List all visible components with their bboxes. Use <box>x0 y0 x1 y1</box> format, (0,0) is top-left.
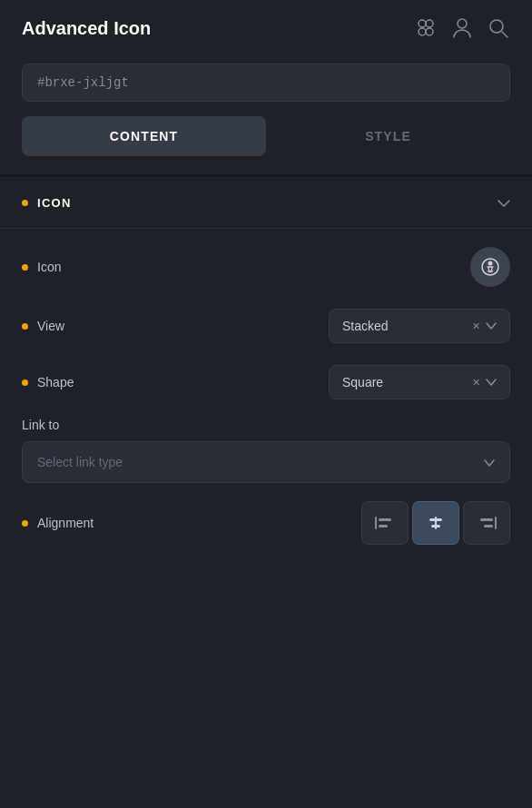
person-icon[interactable] <box>450 16 474 40</box>
svg-point-3 <box>426 28 433 35</box>
svg-point-2 <box>419 28 426 35</box>
tab-bar: CONTENT STYLE <box>0 116 532 174</box>
svg-rect-12 <box>429 518 442 521</box>
alignment-prop-dot <box>22 520 28 527</box>
clear-icon[interactable]: ✕ <box>472 320 480 332</box>
view-select-icons: ✕ <box>472 320 497 332</box>
svg-rect-13 <box>431 525 440 527</box>
svg-point-1 <box>426 20 433 27</box>
search-icon[interactable] <box>487 16 510 40</box>
svg-point-4 <box>458 19 467 28</box>
icon-picker-button[interactable] <box>470 247 510 287</box>
icon-prop-value <box>105 247 510 287</box>
shape-prop-dot <box>22 379 28 386</box>
svg-point-5 <box>490 20 503 33</box>
view-prop-label: View <box>37 319 64 333</box>
link-select[interactable]: Select link type <box>22 441 510 483</box>
link-section: Link to Select link type <box>0 410 532 487</box>
icon-property-row: Icon <box>0 236 532 298</box>
properties-panel: Icon View Stacked ✕ <box>0 229 532 567</box>
icon-prop-dot <box>22 264 28 271</box>
header-icon-group <box>414 16 510 40</box>
link-chevron-icon <box>484 455 495 469</box>
shape-select-icons: ✕ <box>472 377 497 389</box>
icon-section-header[interactable]: ICON <box>0 177 532 228</box>
panel-title: Advanced Icon <box>22 18 151 39</box>
icon-prop-label: Icon <box>37 260 61 274</box>
tab-content[interactable]: CONTENT <box>22 116 266 156</box>
icon-label-group: Icon <box>22 260 94 274</box>
svg-point-7 <box>488 261 493 266</box>
element-id-input[interactable] <box>22 64 510 102</box>
svg-rect-15 <box>480 518 493 521</box>
svg-rect-10 <box>379 525 388 527</box>
alignment-buttons <box>361 501 510 545</box>
shape-select-value: Square <box>342 375 465 389</box>
id-section <box>0 56 532 116</box>
shape-prop-label: Shape <box>37 375 74 389</box>
view-label-group: View <box>22 319 94 333</box>
section-dot <box>22 200 28 206</box>
tab-style[interactable]: STYLE <box>266 116 510 156</box>
alignment-label-group: Alignment <box>22 516 122 530</box>
shape-property-row: Shape Square ✕ <box>0 354 532 410</box>
view-select[interactable]: Stacked ✕ <box>329 309 510 343</box>
link-select-placeholder: Select link type <box>37 455 123 469</box>
section-header-left: ICON <box>22 196 72 210</box>
align-right-button[interactable] <box>463 501 510 545</box>
svg-rect-9 <box>379 518 391 521</box>
icon-section-title: ICON <box>37 196 72 210</box>
shape-label-group: Shape <box>22 375 94 389</box>
alignment-prop-label: Alignment <box>37 516 94 530</box>
view-prop-dot <box>22 323 28 330</box>
clear-icon-shape[interactable]: ✕ <box>472 377 480 389</box>
alignment-property-row: Alignment <box>0 487 532 559</box>
svg-rect-16 <box>484 525 493 527</box>
view-select-value: Stacked <box>342 319 465 333</box>
shape-prop-value: Square ✕ <box>105 365 510 399</box>
shape-select[interactable]: Square ✕ <box>329 365 510 399</box>
view-property-row: View Stacked ✕ <box>0 298 532 354</box>
link-prop-label: Link to <box>22 418 510 432</box>
chevron-down-icon <box>498 195 510 210</box>
svg-rect-8 <box>375 517 377 529</box>
svg-rect-14 <box>495 517 497 529</box>
align-left-button[interactable] <box>361 501 409 545</box>
panel-header: Advanced Icon <box>0 0 532 56</box>
align-center-button[interactable] <box>412 501 459 545</box>
svg-point-0 <box>419 20 426 27</box>
layers-icon[interactable] <box>414 16 438 40</box>
view-prop-value: Stacked ✕ <box>105 309 510 343</box>
